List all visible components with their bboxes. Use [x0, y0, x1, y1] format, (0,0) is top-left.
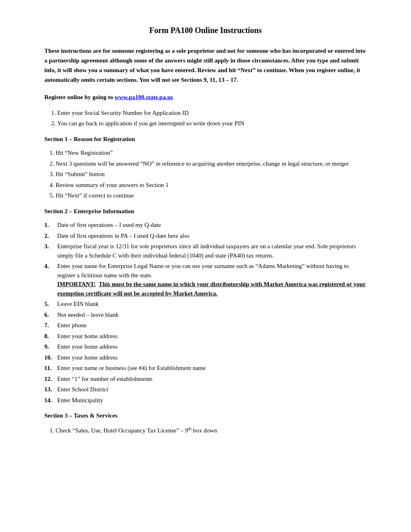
list-item: You can go back to application if you ge… [57, 119, 367, 128]
section1-header: Section 1 – Reason for Registration [44, 135, 367, 144]
list-item: 12.Enter “1” for number of establishment… [44, 374, 367, 384]
list-item: Hit “Next” if correct to continue [56, 191, 367, 200]
intro-text: These instructions are for someone regis… [44, 46, 367, 85]
list-item: Hit “New Registration” [56, 148, 367, 158]
list-item: 10.Enter your home address [44, 353, 367, 362]
list-item: 4.Enter your name for Enterprise Legal N… [44, 262, 367, 298]
list-item: Next 3 questions will be answered “NO” i… [56, 159, 367, 168]
section1-list: Hit “New Registration” Next 3 questions … [56, 148, 367, 200]
section3-list: Check “Sales, Use, Hotel Occupancy Tax L… [56, 425, 367, 435]
list-item: Review summary of your answers to Sectio… [56, 181, 367, 190]
list-item: 2.Date of first operations in PA – I use… [44, 231, 367, 241]
list-item: Enter your Social Security Number for Ap… [57, 108, 367, 118]
list-item: 11.Enter your name or business (see #4) … [44, 364, 367, 373]
list-item: 7.Enter phone [44, 321, 367, 330]
list-item: Hit “Submit” button [56, 170, 367, 179]
list-item: 3.Enterprise fiscal year is 12/31 for so… [44, 242, 367, 260]
list-item: 6.Not needed – leave blank [44, 310, 367, 320]
register-label: Register online by going to [44, 94, 114, 100]
list-item: Check “Sales, Use, Hotel Occupancy Tax L… [56, 425, 367, 435]
list-item: 5.Leave EIN blank [44, 299, 367, 309]
section3-header: Section 3 – Taxes & Services [44, 411, 367, 420]
list-item: 1.Date of first operations – I used my Q… [44, 220, 367, 230]
section2-header: Section 2 – Enterprise Information [44, 207, 367, 216]
register-section: Register online by going to www.pa100.st… [44, 93, 367, 102]
list-item: 14.Enter Municipality [44, 396, 367, 405]
section2-list: 1.Date of first operations – I used my Q… [44, 220, 367, 405]
list-item: 9.Enter your home address [44, 342, 367, 351]
register-link[interactable]: www.pa100.state.pa.us [114, 94, 173, 100]
page-title: Form PA100 Online Instructions [44, 24, 367, 36]
list-item: 8.Enter your home address [44, 332, 367, 341]
list-item: 13.Enter School District [44, 385, 367, 394]
prelim-list: Enter your Social Security Number for Ap… [57, 108, 367, 128]
